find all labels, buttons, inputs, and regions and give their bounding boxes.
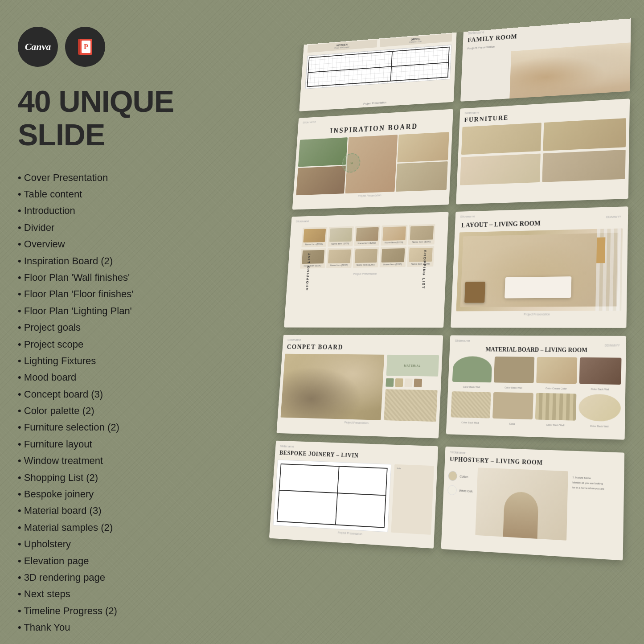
shop-item-10: Name Item ($200) [407,246,434,267]
slide-concept: Slidename CONPET BOARD MATERIAL [276,335,443,439]
powerpoint-logo: P [65,27,105,67]
concept-side: MATERIAL [384,355,439,422]
logos-row: Canva P [18,27,187,67]
mat-slidename: Slidename [450,335,626,345]
chip-tan [395,378,403,387]
uphol-dot-1 [448,471,457,481]
list-item: Timeline Progress (2) [18,603,187,619]
shop-item-7: Name Item ($200) [326,248,353,268]
mat-date: DD/MM/YY [605,344,620,347]
slide-inspiration: Slidename INSPIRATION BOARD 1st Project … [292,109,453,210]
slides-area: KITCHEN Floor Wallpaper OFFICE Ceramic T… [248,17,644,644]
slide-furniture: Slidename FURNITURE [456,98,630,204]
list-item: Cover Presentation [18,169,187,186]
uphol-dot1-label: Cotton [459,475,468,478]
insp-cell-4 [296,166,346,195]
list-item: Bespoke joinery [18,486,187,502]
concept-texture [384,389,438,422]
list-item: Material samples (2) [18,519,187,536]
mat-s7 [535,393,576,421]
shop-item-5: Name Item ($200) [408,224,435,245]
chip-brown [414,379,422,387]
mat-s6 [492,392,533,419]
slide-list: Cover Presentation Table content Introdu… [18,169,187,636]
layout-date: DD/MM/YY [606,215,621,219]
list-item: Next steps [18,586,187,602]
uphol-dots: Cotton White Oak [446,467,473,535]
chip-green [386,378,394,387]
shop-item-4: Name Item ($200) [381,225,408,246]
list-item: Project goals [18,319,187,336]
concept-slidename: Slidename [283,335,443,344]
insp-cell-1 [298,137,348,167]
bespoke-content: Info [273,459,434,535]
list-item: Introduction [18,202,187,219]
mat-s5 [451,391,491,418]
layout-footer: Project Presentation [451,311,627,317]
list-item: Floor Plan 'Wall finishes' [18,269,187,286]
chip-light [404,378,413,387]
uphol-dot2-label: White Oak [459,489,473,492]
uphol-main [475,468,568,541]
shop-item-9: Name Item ($200) [380,246,406,267]
mat-s3 [536,357,578,384]
left-panel: Canva P 40 UNIQUE SLIDE Cover Presentati… [0,0,205,644]
uphol-arch [503,491,539,539]
list-item: Divider [18,219,187,236]
list-item: Upholstery [18,536,187,552]
list-item: Shopping List (2) [18,469,187,486]
slide-bespoke: Slidename BESPOKE JOINERY – LIVIN Info P… [269,441,438,549]
concept-chips [386,378,438,388]
list-item: Overview [18,236,187,252]
shop-item-8: Name Item ($200) [353,247,379,268]
furn-item-2 [543,118,626,151]
mat-title: MATERIAL BOARD – LIVING ROOM [449,344,626,357]
list-item: Furniture selection (2) [18,419,187,435]
slide-upholstery: Slidename UPHOSTERY – LIVING ROOM Cotton… [441,447,625,561]
mat-s8 [578,394,621,422]
furn-items [457,118,629,185]
shop-item-1: Name Item ($200) [301,227,327,247]
powerpoint-icon: P [75,37,95,57]
insp-cell-3 [397,132,449,162]
list-item: 3D rendering page [18,569,187,586]
list-item: Project scope [18,336,187,353]
slide-shopping: Slidename SHOPPING LIST SHOPPING LIST Na… [284,212,449,328]
mat-s4 [579,357,622,385]
concept-title: CONPET BOARD [282,343,443,355]
mat-s2 [494,357,534,383]
list-item: Floor Plan 'Floor finishes' [18,286,187,302]
shop-item-2: Name Item ($200) [328,226,354,247]
list-item: Material board (3) [18,502,187,519]
list-item: Window treatment [18,452,187,469]
list-item: Table content [18,186,187,202]
concept-content: MATERIAL [281,354,439,422]
shop-item-6: Name Item ($200) [300,248,326,269]
bespoke-plan [273,459,392,532]
slide-material: Slidename DD/MM/YY MATERIAL BOARD – LIVI… [446,335,626,439]
layout-image [456,228,623,311]
list-item: Furniture layout [18,436,187,452]
uphol-content: Cotton White Oak 1. Nature Stone Identif… [446,467,619,544]
furn-item-1 [461,123,541,155]
uphol-text: 1. Nature Stone Identify all you are loo… [571,472,619,544]
list-item: Lighting Fixtures [18,353,187,369]
slide-layout: Slidename DD/MM/YY LAYOUT – LIVING ROOM … [451,206,628,328]
canva-logo: Canva [18,27,58,67]
concept-main-img [281,354,384,420]
furn-item-3 [460,154,540,185]
shop-grid: Name Item ($200) Name Item ($200) Name I… [297,221,439,272]
uphol-dot-2 [447,485,457,495]
main-title: 40 UNIQUE SLIDE [18,85,187,152]
list-item: Elevation page [18,553,187,569]
mat-s1 [452,356,492,382]
slide-family-room: Slidename FAMILY ROOM Project Presentati… [460,17,631,102]
furn-item-4 [542,150,626,182]
slides-grid: KITCHEN Floor Wallpaper OFFICE Ceramic T… [261,17,640,570]
insp-cell-5 [396,161,448,192]
list-item: Mood board [18,369,187,386]
shop-item-3: Name Item ($200) [354,226,380,246]
slide-floorplan: KITCHEN Floor Wallpaper OFFICE Ceramic T… [299,29,457,111]
list-item: Inspiration Board (2) [18,253,187,269]
bespoke-info: Info [391,464,434,535]
